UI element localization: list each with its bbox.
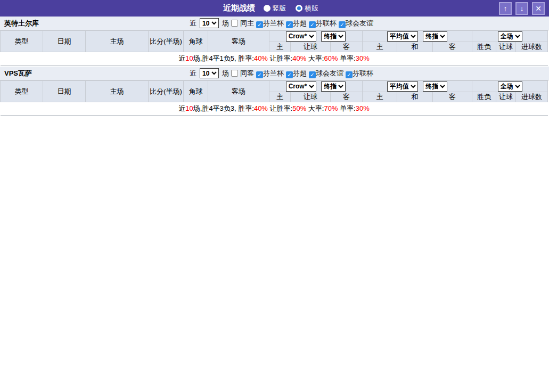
col-goals: 进球数 [516,42,548,52]
team-header-row: VPS瓦萨 近 10 场 同客 ✓芬兰杯 ✓芬超 ✓球会友谊 ✓芬联杯 [0,67,549,80]
league-filter-veikkausliiga: ✓芬超 [286,69,307,78]
radio-selected-icon[interactable] [264,5,271,12]
summary-stat-label: 大率: [306,104,324,112]
league-filter-league-cup: ✓芬联杯 [309,19,337,28]
col-hcp-home: 主 [269,42,291,52]
final-odds-select[interactable]: 终指 [321,31,346,42]
league-checkbox[interactable]: ✓ [309,21,316,28]
handicap-odds-group: Crow* 终指 [269,31,363,42]
col-wdl: 胜负 [472,92,496,102]
matches-label: 场 [222,69,229,78]
close-button[interactable]: ✕ [532,2,545,15]
fulltime-select[interactable]: 全场 [498,81,522,92]
team-section-vps-vaasa: VPS瓦萨 近 10 场 同客 ✓芬兰杯 ✓芬超 ✓球会友谊 ✓芬联杯 [0,67,549,116]
col-corner: 角球 [184,31,208,52]
handicap-odds-group: Crow* 终指 [269,81,363,92]
col-avg-draw: 和 [397,92,433,102]
league-checkbox[interactable]: ✓ [346,71,353,78]
summary-stat-label: 近 [178,104,185,112]
league-checkbox[interactable]: ✓ [256,21,263,28]
col-date: 日期 [43,31,86,52]
league-filter-veikkausliiga: ✓芬超 [286,19,307,28]
near-label: 近 [190,69,196,78]
col-hcp-line: 让球 [291,92,331,102]
summary-stat-label: 单率: [338,104,355,112]
average-select[interactable]: 平均值 [387,31,418,42]
league-filter-finnish-cup: ✓芬兰杯 [256,19,284,28]
summary-stat-value: 30% [356,104,370,112]
layout-radio-horizontal[interactable]: 横版 [296,4,318,12]
radio-vertical-label: 竖版 [273,4,286,12]
matches-table: 类型 日期 主场 比分(半场) 角球 客场 Crow* 终指 平均值 终指 [0,30,548,66]
col-score: 比分(半场) [149,81,184,102]
summary-stat-label: 大率: [306,54,324,62]
match-count-select[interactable]: 10 [200,68,219,78]
summary-stat-value: 70% [324,104,338,112]
summary-stat-label: 近 [178,54,185,62]
radio-unselected-icon[interactable] [296,5,302,12]
summary-stat-value: 60% [324,54,338,62]
col-goals: 进球数 [516,92,548,102]
col-hcp-home: 主 [269,92,291,102]
layout-radio-vertical[interactable]: 竖版 [264,4,286,12]
col-away: 客场 [208,31,269,52]
league-filter-league-cup: ✓芬联杯 [346,69,373,78]
same-venue-label: 同主 [240,19,254,28]
same-venue-checkbox[interactable] [231,70,238,77]
final-odds-select-2[interactable]: 终指 [423,31,447,42]
team-header-row: 英特土尔库 近 10 场 同主 ✓芬兰杯 ✓芬超 ✓芬联杯 ✓球会友谊 [0,17,549,30]
odds-company-select[interactable]: Crow* [286,31,316,42]
window-buttons: ↑ ↓ ✕ [499,2,549,15]
title-bar-center: 近期战绩 竖版 横版 [0,3,549,13]
team-name: 英特土尔库 [0,19,39,28]
league-filter-friendly: ✓球会友谊 [309,69,343,78]
league-checkbox[interactable]: ✓ [286,21,293,28]
same-venue-label: 同客 [240,69,254,78]
odds-company-select[interactable]: Crow* [286,81,316,92]
team-section-inter-turku: 英特土尔库 近 10 场 同主 ✓芬兰杯 ✓芬超 ✓芬联杯 ✓球会友谊 [0,17,549,66]
col-score: 比分(半场) [149,31,184,52]
close-icon: ✕ [535,5,542,12]
final-odds-select-2[interactable]: 终指 [423,81,447,92]
col-corner: 角球 [184,81,208,102]
league-checkbox[interactable]: ✓ [286,71,293,78]
col-wdl: 胜负 [472,42,496,52]
filter-bar: 近 10 场 同客 ✓芬兰杯 ✓芬超 ✓球会友谊 ✓芬联杯 [190,68,373,78]
col-avg-away: 客 [433,92,472,102]
match-count-select[interactable]: 10 [200,18,219,28]
page-title: 近期战绩 [223,3,255,12]
league-checkbox[interactable]: ✓ [256,71,263,78]
matches-label: 场 [222,19,229,28]
summary-stat-value: 10 [185,104,193,112]
col-home: 主场 [86,81,149,102]
summary-stat-value: 40% [254,104,268,112]
summary-stat-label: 让胜率: [268,54,292,62]
up-arrow-icon: ↑ [504,5,507,12]
col-hcp-away: 客 [331,92,363,102]
down-arrow-icon: ↓ [520,5,524,12]
col-hcp-result: 让球 [496,92,516,102]
matches-table: 类型 日期 主场 比分(半场) 角球 客场 Crow* 终指 平均值 终指 [0,80,548,116]
summary-stat-label: 场,胜4平3负3, 胜率: [193,104,254,112]
league-checkbox[interactable]: ✓ [309,71,316,78]
col-away: 客场 [208,81,269,102]
fulltime-group: 全场 [472,31,548,42]
move-up-button[interactable]: ↑ [499,2,512,15]
fulltime-select[interactable]: 全场 [498,31,522,42]
same-venue-checkbox[interactable] [231,20,238,27]
summary-stat-value: 30% [356,54,370,62]
col-hcp-result: 让球 [496,42,516,52]
move-down-button[interactable]: ↓ [515,2,528,15]
summary-stat-value: 50% [292,104,306,112]
col-type: 类型 [1,81,43,102]
summary-stat-value: 10 [185,54,193,62]
league-checkbox[interactable]: ✓ [339,21,346,28]
league-filter-friendly: ✓球会友谊 [339,19,373,28]
col-hcp-away: 客 [331,42,363,52]
average-odds-group: 平均值 终指 [363,31,472,42]
col-home: 主场 [86,31,149,52]
average-odds-group: 平均值 终指 [363,81,472,92]
summary-stat-label: 场,胜4平1负5, 胜率: [193,54,254,62]
final-odds-select[interactable]: 终指 [321,81,346,92]
average-select[interactable]: 平均值 [387,81,418,92]
